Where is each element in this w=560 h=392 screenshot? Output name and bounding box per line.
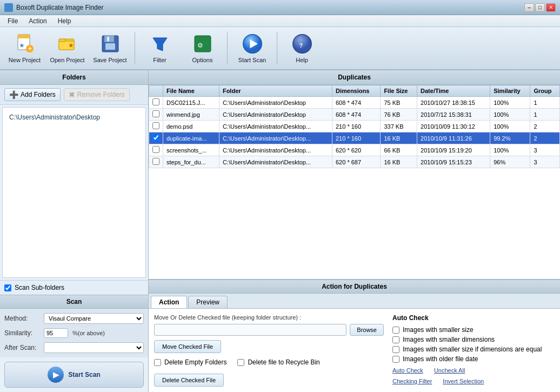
auto-check-smaller-size: Images with smaller size [392,326,555,334]
row-filename: demo.psd [163,121,219,132]
row-datetime: 2010/10/9 15:15:23 [417,156,490,168]
auto-check-smaller-dims-cb[interactable] [392,336,399,343]
duplicates-header: Duplicates [149,70,560,85]
auto-check-older-date: Images with older file date [392,355,555,363]
start-scan-label: Start Scan [68,371,100,378]
row-filesize: 76 KB [381,109,417,121]
move-path-input[interactable] [154,324,346,336]
menu-help[interactable]: Help [52,16,77,26]
auto-check-smaller-size-cb[interactable] [392,327,399,334]
save-project-label: Save Project [93,57,126,63]
after-scan-row: After Scan: [4,342,144,353]
col-header-dimensions[interactable]: Dimensions [332,85,380,97]
delete-buttons-row: Delete Checked File [154,374,384,387]
menu-action[interactable]: Action [23,16,52,26]
method-select[interactable]: Visaul Compare [44,313,144,324]
col-header-folder[interactable]: Folder [219,85,332,97]
row-filename: duplicate-ima... [163,132,219,144]
col-header-filesize[interactable]: File Size [381,85,417,97]
help-button[interactable]: ? Help [282,30,322,67]
row-checkbox[interactable] [152,158,159,165]
new-project-button[interactable]: ★ + New Project [4,30,45,67]
menu-file[interactable]: File [2,16,23,26]
delete-recycle-checkbox[interactable] [237,359,244,366]
action-right: Auto Check Images with smaller size Imag… [392,314,555,387]
table-row[interactable]: duplicate-ima... C:\Users\Administrator\… [149,132,560,144]
row-dimensions: 620 * 620 [332,144,380,156]
action-header: Action for Duplicates [149,280,560,294]
row-checkbox-cell[interactable] [149,121,163,132]
auto-check-size-if-dims-equal: Images with smaller size if dimensions a… [392,346,555,353]
move-checked-file-button[interactable]: Move Checked File [154,340,221,353]
folder-toolbar: ➕ Add Folders ✖ Remove Folders [0,85,148,105]
row-checkbox[interactable] [152,98,159,105]
row-similarity: 100% [490,121,530,132]
save-project-icon [99,33,121,55]
table-row[interactable]: screenshots_... C:\Users\Administrator\D… [149,144,560,156]
tab-preview[interactable]: Preview [188,296,228,308]
start-scan-toolbar-button[interactable]: Start Scan [232,30,272,67]
open-project-button[interactable]: ★ Open Project [47,30,88,67]
row-group: 3 [530,144,560,156]
row-datetime: 2010/10/9 15:19:20 [417,144,490,156]
row-checkbox-cell[interactable] [149,144,163,156]
table-row[interactable]: winmend.jpg C:\Users\Administrator\Deskt… [149,109,560,121]
row-checkbox[interactable] [152,110,159,117]
row-checkbox[interactable] [152,146,159,153]
col-header-group[interactable]: Group [530,85,560,97]
menu-bar: File Action Help [0,15,560,27]
row-checkbox-cell[interactable] [149,156,163,168]
scan-options: Method: Visaul Compare Similarity: %(or … [0,309,148,357]
svg-text:⚙: ⚙ [197,42,203,49]
row-filename: winmend.jpg [163,109,219,121]
browse-button[interactable]: Browse [350,324,384,336]
filter-button[interactable]: Filter [139,30,180,67]
start-scan-button[interactable]: ▶ Start Scan [4,362,144,388]
auto-check-older-date-cb[interactable] [392,356,399,363]
table-row[interactable]: demo.psd C:\Users\Administrator\Desktop.… [149,121,560,132]
col-header-similarity[interactable]: Similarity [490,85,530,97]
row-checkbox-cell[interactable] [149,109,163,121]
save-project-button[interactable]: Save Project [90,30,130,67]
similarity-input[interactable] [44,328,68,338]
table-row[interactable]: DSC02115.J... C:\Users\Administrator\Des… [149,97,560,109]
checking-filter-link[interactable]: Checking Filter [392,378,432,384]
options-label: Options [192,57,213,63]
delete-empty-folders-checkbox[interactable] [154,359,161,366]
scan-subfolders-checkbox[interactable] [4,284,11,291]
after-scan-select[interactable] [44,342,144,353]
row-checkbox[interactable] [152,134,159,141]
options-button[interactable]: ⚙ Options [182,30,223,67]
table-body: DSC02115.J... C:\Users\Administrator\Des… [149,97,560,168]
row-folder: C:\Users\Administrator\Desktop... [219,144,332,156]
close-button[interactable]: ✕ [546,3,556,12]
minimize-button[interactable]: – [524,3,534,12]
maximize-button[interactable]: □ [535,3,545,12]
table-row[interactable]: steps_for_du... C:\Users\Administrator\D… [149,156,560,168]
row-similarity: 100% [490,109,530,121]
uncheck-all-link[interactable]: Uncheck All [434,367,465,374]
start-scan-toolbar-label: Start Scan [238,57,266,63]
auto-check-link[interactable]: Auto Check [392,367,423,374]
folder-list: C:\Users\Administrator\Desktop [2,107,146,278]
row-group: 1 [530,109,560,121]
row-group: 2 [530,121,560,132]
svg-rect-11 [105,43,115,50]
invert-selection-link[interactable]: Invert Selection [443,378,484,384]
window-title: Boxoft Duplicate Image Finder [16,4,524,11]
delete-recycle-label: Delete file to Recycle Bin [248,358,319,366]
add-folders-button[interactable]: ➕ Add Folders [4,88,61,101]
remove-folders-button[interactable]: ✖ Remove Folders [64,88,130,101]
row-dimensions: 210 * 160 [332,132,380,144]
tab-action[interactable]: Action [151,296,187,308]
row-checkbox-cell[interactable] [149,97,163,109]
col-header-filename[interactable]: File Name [163,85,219,97]
delete-checked-file-button[interactable]: Delete Checked File [154,374,224,387]
auto-check-size-dims-cb[interactable] [392,346,399,353]
col-header-checkbox [149,85,163,97]
folders-header: Folders [0,70,148,85]
delete-empty-folders-label: Delete Empty Folders [164,358,226,366]
row-checkbox-cell[interactable] [149,132,163,144]
col-header-datetime[interactable]: Date/Time [417,85,490,97]
row-checkbox[interactable] [152,122,159,129]
